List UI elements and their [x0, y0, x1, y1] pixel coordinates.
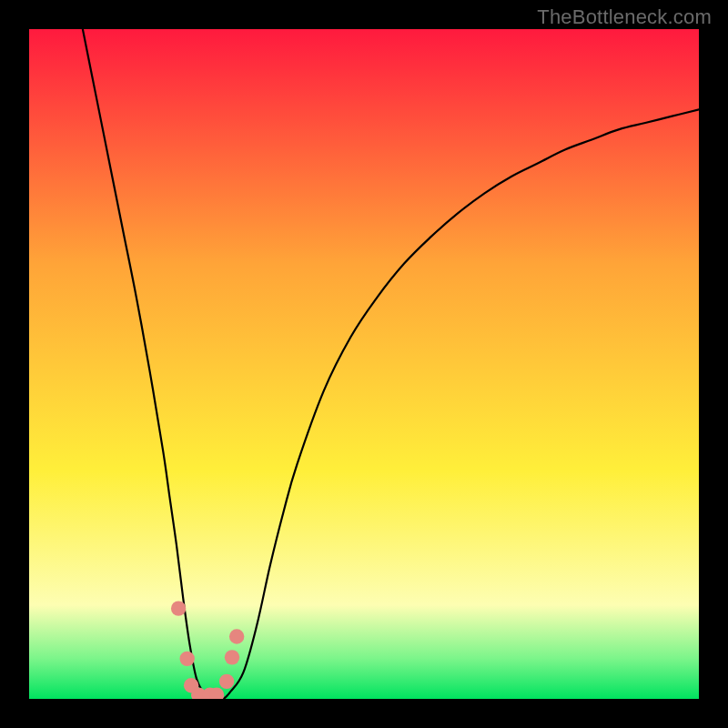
curve-marker — [229, 629, 244, 643]
outer-frame: TheBottleneck.com — [0, 0, 728, 728]
plot-area — [29, 29, 699, 699]
curve-marker — [219, 674, 234, 689]
curve-marker — [180, 652, 195, 666]
bottleneck-curve — [83, 29, 699, 699]
watermark-text: TheBottleneck.com — [537, 5, 712, 29]
curve-markers — [171, 601, 244, 699]
chart-svg — [29, 29, 699, 699]
curve-marker — [225, 650, 239, 664]
curve-marker — [171, 601, 186, 615]
